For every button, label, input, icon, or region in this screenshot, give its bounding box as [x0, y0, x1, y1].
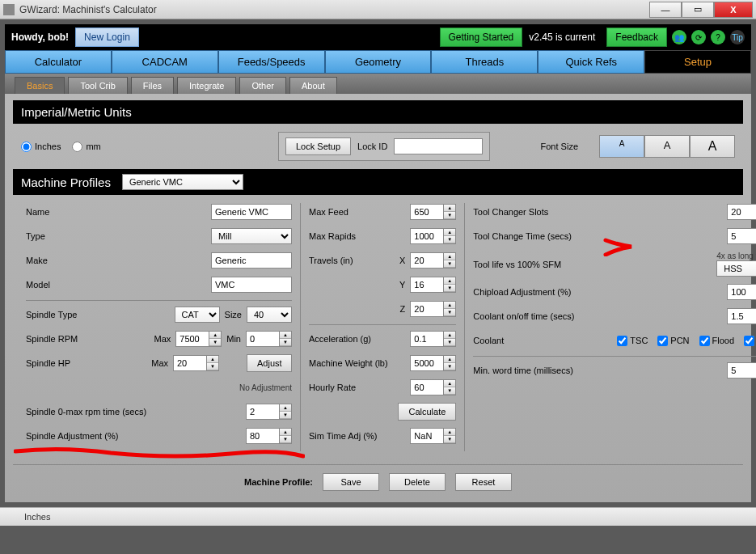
font-size-label: Font Size [541, 142, 578, 151]
no-adjust-label: No Adjustment [239, 383, 292, 392]
tool-slots-input[interactable] [727, 204, 756, 220]
lock-setup-button[interactable]: Lock Setup [285, 137, 351, 155]
new-login-button[interactable]: New Login [75, 27, 139, 47]
subtab-other[interactable]: Other [239, 77, 286, 94]
chipload-input[interactable] [727, 284, 756, 300]
lock-id-input[interactable] [394, 138, 483, 154]
greeting: Howdy, bob! [11, 32, 69, 43]
make-input[interactable] [211, 252, 292, 269]
tab-feeds-speeds[interactable]: Feeds/Speeds [218, 50, 325, 74]
tool-change-input[interactable] [727, 228, 756, 244]
rpm-max-stepper[interactable]: ▲▼ [209, 331, 222, 347]
travel-x-input[interactable] [410, 252, 444, 269]
tab-calculator[interactable]: Calculator [5, 50, 112, 74]
spindle-0max-stepper[interactable]: ▲▼ [280, 404, 292, 420]
min-word-input[interactable] [727, 362, 756, 378]
font-medium-button[interactable]: A [644, 135, 690, 158]
tip-icon[interactable]: Tip [730, 30, 745, 44]
subtab-basics[interactable]: Basics [15, 77, 65, 94]
save-button[interactable]: Save [323, 473, 379, 491]
rpm-min-input[interactable] [246, 331, 280, 347]
max-rapids-input[interactable] [410, 228, 444, 244]
main-tabs: Calculator CADCAM Feeds/Speeds Geometry … [5, 50, 751, 74]
flood-checkbox[interactable]: Flood [699, 336, 735, 346]
spindle-size-select[interactable]: 40 [247, 307, 292, 323]
status-bar: Inches [0, 507, 756, 526]
profile-actions: Machine Profile: Save Delete Reset [13, 464, 743, 499]
rpm-min-stepper[interactable]: ▲▼ [280, 331, 292, 347]
accel-input[interactable] [410, 331, 444, 347]
tab-quick-refs[interactable]: Quick Refs [538, 50, 644, 74]
annotation-underline [14, 445, 305, 461]
hp-max-stepper[interactable]: ▲▼ [207, 355, 219, 371]
close-button[interactable]: X [714, 2, 753, 18]
maximize-button[interactable]: ▭ [682, 2, 714, 18]
font-large-button[interactable]: A [690, 135, 735, 158]
hourly-input[interactable] [410, 379, 444, 395]
lock-setup-group: Lock Setup Lock ID [278, 132, 490, 161]
radio-mm[interactable]: mm [72, 142, 100, 152]
refresh-icon[interactable]: ⟳ [691, 30, 706, 44]
sub-tabs: Basics Tool Crib Files Integrate Other A… [5, 74, 751, 94]
titlebar: GWizard: Machinist's Calculator — ▭ X [0, 0, 756, 19]
spindle-type-select[interactable]: CAT [175, 307, 220, 323]
hp-max-input[interactable] [173, 355, 207, 371]
community-icon[interactable]: 👥 [672, 30, 686, 44]
calculate-button[interactable]: Calculate [398, 403, 456, 421]
model-input[interactable] [211, 277, 292, 293]
minimize-button[interactable]: — [649, 2, 682, 18]
tab-cadcam[interactable]: CADCAM [112, 50, 218, 74]
type-select[interactable]: Mill [211, 228, 292, 244]
tool-life-note: 4x as long for [716, 252, 756, 260]
tab-geometry[interactable]: Geometry [325, 50, 432, 74]
profile-select[interactable]: Generic VMC [122, 174, 243, 190]
travel-z-input[interactable] [410, 301, 444, 317]
tsc-checkbox[interactable]: TSC [617, 336, 648, 346]
app-icon [3, 4, 15, 15]
radio-inches[interactable]: Inches [21, 142, 61, 152]
mist-checkbox[interactable]: Mist [744, 336, 756, 346]
pcn-checkbox[interactable]: PCN [657, 336, 689, 346]
travel-y-input[interactable] [410, 277, 444, 293]
coolant-time-input[interactable] [727, 308, 756, 324]
units-header: Imperial/Metric Units [13, 100, 743, 124]
subtab-tool-crib[interactable]: Tool Crib [68, 77, 127, 94]
delete-button[interactable]: Delete [389, 473, 446, 491]
adjust-button[interactable]: Adjust [247, 354, 292, 372]
spindle-adj-stepper[interactable]: ▲▼ [280, 428, 292, 444]
tab-setup[interactable]: Setup [644, 50, 751, 74]
profiles-header: Machine Profiles Generic VMC [13, 169, 743, 195]
version-label: v2.45 is current [529, 32, 595, 43]
font-small-button[interactable]: A [599, 135, 644, 158]
help-icon[interactable]: ? [711, 30, 725, 44]
rpm-max-input[interactable] [175, 331, 209, 347]
tool-life-select[interactable]: HSS [716, 260, 756, 277]
name-input[interactable] [211, 204, 292, 220]
feedback-button[interactable]: Feedback [606, 27, 667, 47]
lock-id-label: Lock ID [357, 142, 387, 151]
subtab-about[interactable]: About [289, 77, 337, 94]
font-size-segmented: A A A [599, 135, 735, 158]
subtab-files[interactable]: Files [131, 77, 174, 94]
simtime-input[interactable] [410, 428, 444, 444]
spindle-adj-input[interactable] [246, 428, 280, 444]
max-feed-input[interactable] [410, 204, 444, 220]
status-text: Inches [24, 512, 50, 522]
tab-threads[interactable]: Threads [431, 50, 538, 74]
top-bar: Howdy, bob! New Login Getting Started v2… [5, 24, 751, 50]
machine-profile-label: Machine Profile: [244, 477, 313, 487]
reset-button[interactable]: Reset [455, 473, 512, 491]
spindle-0max-input[interactable] [246, 404, 280, 420]
window-title: GWizard: Machinist's Calculator [19, 4, 649, 15]
subtab-integrate[interactable]: Integrate [177, 77, 236, 94]
getting-started-button[interactable]: Getting Started [440, 27, 523, 47]
weight-input[interactable] [410, 355, 444, 371]
